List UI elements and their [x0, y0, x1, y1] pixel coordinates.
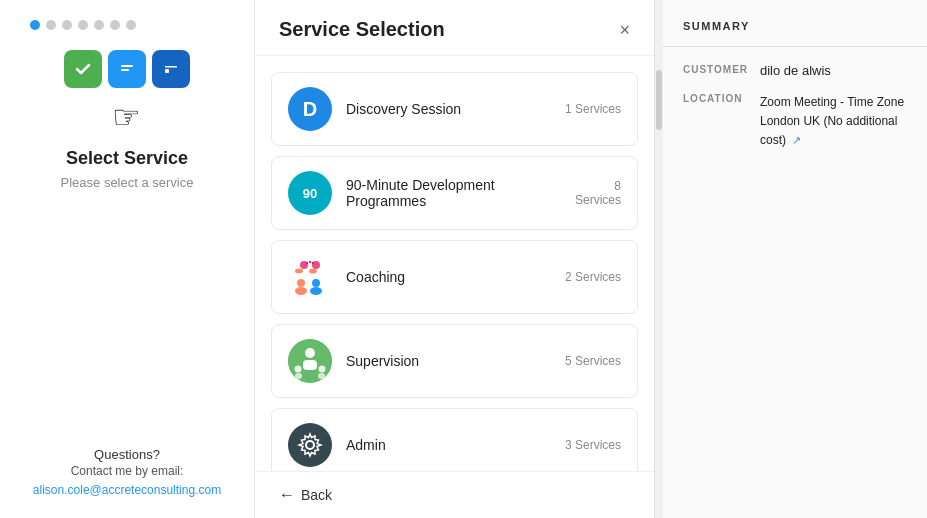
svg-rect-24: [318, 373, 325, 379]
svg-point-9: [295, 269, 303, 274]
customer-row: CUSTOMER dilo de alwis: [683, 63, 907, 78]
supervision-name: Supervision: [346, 353, 565, 369]
coaching-info: Coaching: [346, 269, 565, 285]
step-dot-5: [94, 20, 104, 30]
select-service-title: Select Service: [66, 148, 188, 169]
service-item-admin[interactable]: Admin 3 Services: [271, 408, 638, 471]
development-info: 90-Minute Development Programmes: [346, 177, 575, 209]
svg-point-17: [312, 262, 314, 264]
svg-point-13: [312, 279, 320, 287]
svg-point-22: [319, 366, 326, 373]
discovery-icon: D: [288, 87, 332, 131]
supervision-info: Supervision: [346, 353, 565, 369]
coaching-name: Coaching: [346, 269, 565, 285]
coaching-count: 2 Services: [565, 270, 621, 284]
svg-point-16: [309, 261, 311, 263]
step-dot-1: [30, 20, 40, 30]
discovery-info: Discovery Session: [346, 101, 565, 117]
service-item-supervision[interactable]: Supervision 5 Services: [271, 324, 638, 398]
svg-point-12: [295, 287, 307, 295]
development-icon: 90: [288, 171, 332, 215]
step-dot-6: [110, 20, 120, 30]
development-name: 90-Minute Development Programmes: [346, 177, 575, 209]
customer-value: dilo de alwis: [760, 63, 831, 78]
contact-text: Contact me by email:: [33, 464, 221, 478]
service-item-development[interactable]: 90 90-Minute Development Programmes 8Ser…: [271, 156, 638, 230]
summary-panel: SUMMARY CUSTOMER dilo de alwis LOCATION …: [663, 0, 927, 518]
service-item-coaching[interactable]: Coaching 2 Services: [271, 240, 638, 314]
supervision-count: 5 Services: [565, 354, 621, 368]
service-selection-modal: Service Selection × D Discovery Session …: [255, 0, 655, 518]
step-dot-2: [46, 20, 56, 30]
svg-rect-4: [162, 60, 180, 78]
location-label: LOCATION: [683, 93, 748, 104]
admin-count: 3 Services: [565, 438, 621, 452]
step-dot-3: [62, 20, 72, 30]
back-button[interactable]: ← Back: [279, 486, 332, 504]
left-panel: ☞ Select Service Please select a service…: [0, 0, 255, 518]
list-icon: [108, 50, 146, 88]
supervision-icon: [288, 339, 332, 383]
svg-point-19: [305, 348, 315, 358]
supervision-svg: [288, 339, 332, 383]
coaching-svg: [288, 255, 332, 299]
discovery-count: 1 Services: [565, 102, 621, 116]
svg-rect-3: [121, 69, 129, 71]
svg-point-11: [297, 279, 305, 287]
svg-rect-5: [165, 66, 177, 68]
modal-header: Service Selection ×: [255, 0, 654, 56]
service-icons: [64, 50, 190, 88]
svg-rect-23: [295, 373, 302, 379]
svg-point-10: [309, 269, 317, 274]
admin-info: Admin: [346, 437, 565, 453]
modal-title: Service Selection: [279, 18, 445, 41]
summary-title: SUMMARY: [683, 20, 750, 32]
summary-body: CUSTOMER dilo de alwis LOCATION Zoom Mee…: [663, 47, 927, 178]
gear-icon: [297, 432, 323, 458]
svg-rect-20: [303, 360, 317, 370]
discovery-name: Discovery Session: [346, 101, 565, 117]
location-value-container: Zoom Meeting - Time Zone London UK (No a…: [760, 92, 907, 148]
back-arrow-icon: ←: [279, 486, 295, 504]
back-label: Back: [301, 487, 332, 503]
customer-label: CUSTOMER: [683, 64, 748, 75]
svg-point-25: [306, 441, 314, 449]
admin-name: Admin: [346, 437, 565, 453]
scrollbar-track[interactable]: [655, 0, 663, 518]
step-dot-4: [78, 20, 88, 30]
svg-point-14: [310, 287, 322, 295]
external-link-icon[interactable]: ↗: [792, 134, 801, 146]
admin-icon: [288, 423, 332, 467]
service-item-discovery[interactable]: D Discovery Session 1 Services: [271, 72, 638, 146]
coaching-icon: [288, 255, 332, 299]
location-value: Zoom Meeting - Time Zone London UK (No a…: [760, 95, 904, 147]
development-count: 8Services: [575, 179, 621, 207]
summary-header: SUMMARY: [663, 0, 927, 47]
step-dot-7: [126, 20, 136, 30]
calendar-icon: [152, 50, 190, 88]
close-button[interactable]: ×: [619, 21, 630, 39]
modal-footer: ← Back: [255, 471, 654, 518]
svg-rect-2: [121, 65, 133, 67]
scrollbar-thumb[interactable]: [656, 70, 662, 130]
contact-email-link[interactable]: alison.cole@accreteconsulting.com: [33, 483, 221, 497]
select-service-subtitle: Please select a service: [61, 175, 194, 190]
questions-title: Questions?: [33, 447, 221, 462]
step-dots: [30, 20, 136, 30]
svg-point-21: [295, 366, 302, 373]
location-row: LOCATION Zoom Meeting - Time Zone London…: [683, 92, 907, 148]
svg-rect-6: [165, 69, 169, 73]
checkbox-icon: [64, 50, 102, 88]
hand-icon: ☞: [112, 98, 141, 136]
questions-section: Questions? Contact me by email: alison.c…: [33, 447, 221, 498]
services-list: D Discovery Session 1 Services 90 90-Min…: [255, 56, 654, 471]
svg-point-15: [306, 262, 308, 264]
